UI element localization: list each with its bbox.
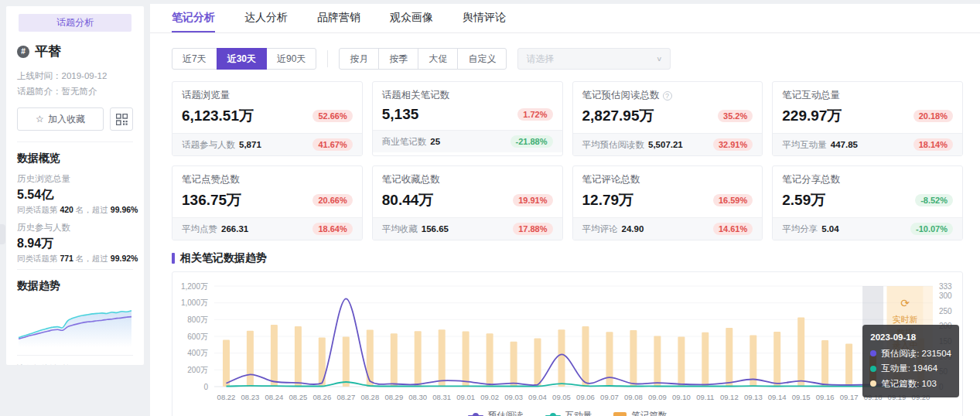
tooltip-row: 预估阅读: 231504 [870,346,951,362]
card-title-text: 笔记预估阅读总数 [582,89,660,102]
svg-text:1,000万: 1,000万 [181,298,208,307]
tab-5[interactable]: 舆情评论 [463,4,506,32]
footer-label: 平均收藏 [382,223,418,235]
svg-text:400万: 400万 [187,349,208,357]
online-time-line: 上线时间：2019-09-12 [17,70,133,82]
legend-label: 笔记篇数 [631,410,667,416]
star-icon: ☆ [36,114,44,124]
filter-select[interactable]: 请选择 ∨ [517,48,671,70]
change-badge: 20.66% [312,194,352,206]
legend-item-互动量[interactable]: 互动量 [545,410,592,416]
overview-metric-label: 历史参与人数 [17,222,133,234]
divider [17,355,133,356]
sidebar-header-pill: 话题分析 [19,14,131,32]
period-button-2[interactable]: 按季 [378,48,418,70]
metric-card-4: 笔记互动总量229.97万20.18%平均互动量447.8518.14% [772,81,963,156]
sidebar-collapse-handle[interactable] [0,224,5,244]
tooltip-series-dot [870,366,876,372]
svg-text:09.03: 09.03 [504,393,523,401]
svg-text:09.10: 09.10 [672,393,691,401]
card-footer: 平均收藏156.6517.88% [373,217,562,240]
main-tabs: 笔记分析达人分析品牌营销观众画像舆情评论 [150,4,980,33]
tab-3[interactable]: 品牌营销 [317,4,360,32]
overview-metrics: 历史浏览总量5.54亿同类话题第 420 名，超过 99.96%历史参与人数8.… [17,173,133,264]
card-value: 6,123.51万 [182,106,254,126]
tab-1[interactable]: 笔记分析 [172,4,215,32]
legend-item-预估阅读[interactable]: 预估阅读 [468,410,524,416]
footer-value: 24.90 [622,224,644,234]
card-footer: 商业笔记数25-21.88% [373,130,562,152]
card-title: 笔记预估阅读总数? [582,89,753,102]
footer-change-badge: 14.61% [713,223,753,235]
tooltip-row-text: 预估阅读: 231504 [881,346,951,362]
sidebar-trend-chart [17,301,133,349]
tooltip-row: 笔记篇数: 103 [870,377,951,392]
range-button-3[interactable]: 近90天 [266,48,316,70]
svg-text:1,200万: 1,200万 [181,282,208,291]
tab-4[interactable]: 观众画像 [390,4,433,32]
qrcode-icon [116,114,128,125]
svg-text:08.22: 08.22 [217,393,236,401]
overview-metric-rank: 同类话题第 420 名，超过 99.96% [17,205,133,216]
change-badge: 52.66% [312,110,352,122]
change-badge: 16.59% [713,194,753,206]
tab-2[interactable]: 达人分析 [244,4,288,32]
change-badge: -8.52% [915,194,953,206]
metric-card-5: 笔记点赞总数136.75万20.66%平均点赞266.3118.64% [172,165,363,240]
trend-chart-svg: 0200万400万600万800万1,000万1,200万05010015020… [172,277,962,405]
change-badge: 35.2% [718,110,753,122]
svg-text:09.02: 09.02 [480,393,499,401]
legend-item-笔记篇数[interactable]: 笔记篇数 [613,410,667,416]
legend-line-marker [468,413,483,416]
svg-text:09.17: 09.17 [840,393,859,401]
period-button-1[interactable]: 按月 [339,48,379,70]
legend-bar-marker [613,412,627,416]
add-favorite-button[interactable]: ☆ 加入收藏 [17,107,104,131]
card-title: 话题相关笔记数 [382,89,553,102]
metric-card-6: 笔记收藏总数80.44万19.91%平均收藏156.6517.88% [372,165,563,240]
svg-text:08.24: 08.24 [265,393,284,401]
overview-metric-value: 8.94万 [17,236,133,252]
divider [17,142,133,142]
footer-value: 5,507.21 [648,140,683,149]
footer-value: 447.85 [831,140,858,149]
footer-value: 25 [430,137,440,146]
metric-card-1: 话题浏览量6,123.51万52.66%话题参与人数5,87141.67% [172,81,363,156]
topic-intro-line: 话题简介：暂无简介 [17,86,133,97]
range-button-1[interactable]: 近7天 [172,48,217,70]
overview-metric-rank: 同类话题第 771 名，超过 99.92% [17,254,133,264]
card-footer: 平均评论24.9014.61% [573,217,763,240]
info-icon[interactable]: ? [663,91,672,101]
range-button-2[interactable]: 近30天 [217,48,267,70]
metric-card-7: 笔记评论总数12.79万16.59%平均评论24.9014.61% [572,165,763,240]
main-panel: 笔记分析达人分析品牌营销观众画像舆情评论 近7天近30天近90天 按月按季大促自… [150,4,980,416]
card-footer: 平均点赞266.3118.64% [172,217,362,240]
period-button-3[interactable]: 大促 [418,48,458,70]
card-footer: 平均互动量447.8518.14% [773,133,962,155]
metric-cards-grid: 话题浏览量6,123.51万52.66%话题参与人数5,87141.67%话题相… [150,81,980,240]
svg-text:08.23: 08.23 [241,393,260,401]
footer-label: 平均点赞 [182,223,217,235]
tooltip-series-dot [870,350,876,356]
footer-label: 商业笔记数 [382,136,427,148]
metric-card-3: 笔记预估阅读总数?2,827.95万35.2%平均预估阅读数5,507.2132… [572,81,763,156]
svg-text:09.09: 09.09 [648,393,667,401]
period-button-4[interactable]: 自定义 [457,48,507,70]
chart-tooltip: 2023-09-18 预估阅读: 231504互动量: 19464笔记篇数: 1… [862,325,959,397]
chart-section-title: 相关笔记数据趋势 [172,251,958,265]
trend-chart[interactable]: 0200万400万600万800万1,000万1,200万05010015020… [172,277,962,408]
svg-text:08.30: 08.30 [408,393,427,401]
svg-text:09.06: 09.06 [576,393,595,401]
topic-intro-value: 暂无简介 [62,87,97,96]
metric-card-8: 笔记分享总数2.59万-8.52%平均分享5.04-10.07% [772,165,963,240]
card-title-text: 笔记点赞总数 [182,173,240,186]
svg-text:09.16: 09.16 [816,393,835,401]
card-title-text: 话题相关笔记数 [382,89,450,102]
legend-label: 预估阅读 [488,410,524,416]
card-title: 笔记点赞总数 [182,173,353,186]
qrcode-button[interactable] [110,107,133,131]
svg-text:08.31: 08.31 [432,393,451,401]
svg-text:09.07: 09.07 [600,393,619,401]
overview-metric-label: 历史浏览总量 [17,173,133,185]
chevron-down-icon: ∨ [656,55,662,63]
